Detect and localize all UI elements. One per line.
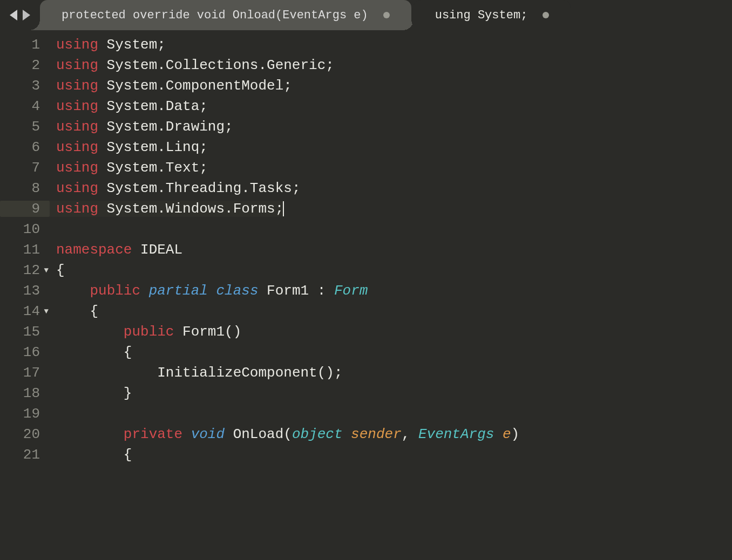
token: ();: [317, 365, 343, 381]
code-line[interactable]: 2using System.Collections.Generic;: [0, 55, 732, 76]
fold-toggle-icon[interactable]: ▼: [44, 307, 49, 316]
code-line[interactable]: 15 public Form1(): [0, 322, 732, 342]
code-line[interactable]: 11namespace IDEAL: [0, 240, 732, 260]
line-number: 17: [0, 365, 50, 381]
token: Form: [326, 283, 368, 299]
code-line[interactable]: 13 public partial class Form1 : Form: [0, 281, 732, 301]
code-content[interactable]: {: [50, 447, 132, 463]
tab-inactive-0[interactable]: protected override void Onload(EventArgs…: [40, 0, 411, 30]
code-editor[interactable]: 1using System;2using System.Collections.…: [0, 30, 732, 465]
code-line[interactable]: 12▼{: [0, 260, 732, 281]
dirty-indicator-icon: [383, 12, 390, 18]
code-content[interactable]: using System.Collections.Generic;: [50, 57, 334, 73]
line-number: 3: [0, 78, 50, 94]
token: {: [124, 447, 132, 463]
line-number: 13: [0, 283, 50, 299]
token: EventArgs: [410, 426, 494, 442]
token: ;: [157, 37, 166, 53]
token: object: [292, 426, 343, 442]
token: ;: [199, 98, 208, 114]
token: ;: [275, 201, 284, 217]
code-content[interactable]: using System.Drawing;: [50, 119, 233, 135]
tab-active[interactable]: using System;: [414, 0, 571, 30]
token: using: [56, 139, 98, 155]
token: public: [124, 324, 174, 340]
token: using: [56, 180, 98, 196]
code-content[interactable]: private void OnLoad(object sender, Event…: [50, 426, 519, 442]
tab-back-icon[interactable]: [10, 10, 17, 21]
code-content[interactable]: using System.Linq;: [50, 139, 208, 155]
code-content[interactable]: using System;: [50, 37, 166, 53]
fold-toggle-icon[interactable]: ▼: [44, 266, 49, 275]
token: sender: [343, 426, 402, 442]
token: System.Collections.Generic: [98, 57, 326, 73]
code-content[interactable]: {: [50, 344, 132, 360]
line-number: 16: [0, 344, 50, 360]
code-line[interactable]: 17 InitializeComponent();: [0, 363, 732, 383]
code-line[interactable]: 7using System.Text;: [0, 158, 732, 178]
token: Form1: [259, 283, 317, 299]
token: ;: [225, 119, 233, 135]
code-content[interactable]: public partial class Form1 : Form: [50, 283, 368, 299]
code-line[interactable]: 19: [0, 404, 732, 424]
code-content[interactable]: {: [50, 262, 65, 278]
code-line[interactable]: 6using System.Linq;: [0, 137, 732, 158]
token: ;: [283, 78, 292, 94]
token: IDEAL: [132, 242, 182, 258]
token: partial: [140, 283, 208, 299]
line-number: 7: [0, 160, 50, 176]
token: private: [124, 426, 182, 442]
code-line[interactable]: 1using System;: [0, 35, 732, 55]
code-line[interactable]: 20 private void OnLoad(object sender, Ev…: [0, 424, 732, 445]
code-line[interactable]: 16 {: [0, 342, 732, 363]
code-content[interactable]: }: [50, 385, 132, 401]
code-content[interactable]: using System.ComponentModel;: [50, 78, 292, 94]
token: using: [56, 78, 98, 94]
line-number: 6: [0, 139, 50, 155]
token: (: [283, 426, 292, 442]
code-line[interactable]: 4using System.Data;: [0, 96, 732, 117]
code-content[interactable]: InitializeComponent();: [50, 365, 343, 381]
token: namespace: [56, 242, 132, 258]
code-content[interactable]: using System.Windows.Forms;: [50, 201, 284, 217]
code-line[interactable]: 5using System.Drawing;: [0, 117, 732, 137]
token: class: [208, 283, 259, 299]
code-content[interactable]: using System.Data;: [50, 98, 208, 114]
code-content[interactable]: {: [50, 303, 98, 319]
code-line[interactable]: 18 }: [0, 383, 732, 404]
code-line[interactable]: 14▼ {: [0, 301, 732, 322]
token: System.ComponentModel: [98, 78, 283, 94]
token: {: [124, 344, 132, 360]
code-content[interactable]: using System.Threading.Tasks;: [50, 180, 300, 196]
text-cursor: [283, 201, 284, 216]
token: {: [56, 262, 65, 278]
token: System: [98, 37, 157, 53]
tab-forward-icon[interactable]: [23, 10, 30, 21]
token: (): [225, 324, 241, 340]
token: OnLoad: [225, 426, 283, 442]
code-line[interactable]: 10: [0, 219, 732, 240]
token: ;: [292, 180, 301, 196]
code-line[interactable]: 3using System.ComponentModel;: [0, 76, 732, 96]
code-line[interactable]: 8using System.Threading.Tasks;: [0, 178, 732, 199]
token: using: [56, 37, 98, 53]
token: System.Windows.Forms: [98, 201, 275, 217]
code-content[interactable]: namespace IDEAL: [50, 242, 182, 258]
token: System.Threading.Tasks: [98, 180, 292, 196]
tab-bar: protected override void Onload(EventArgs…: [0, 0, 732, 30]
token: using: [56, 201, 98, 217]
token: public: [90, 283, 140, 299]
code-content[interactable]: public Form1(): [50, 324, 241, 340]
code-line[interactable]: 21 {: [0, 445, 732, 465]
line-number: 4: [0, 98, 50, 114]
token: }: [124, 385, 132, 401]
line-number: 10: [0, 221, 50, 237]
line-number: 11: [0, 242, 50, 258]
token: System.Linq: [98, 139, 199, 155]
token: e: [494, 426, 511, 442]
tab-label: protected override void Onload(EventArgs…: [62, 9, 368, 22]
token: using: [56, 98, 98, 114]
token: ;: [199, 160, 208, 176]
code-line[interactable]: 9using System.Windows.Forms;: [0, 199, 732, 219]
code-content[interactable]: using System.Text;: [50, 160, 208, 176]
